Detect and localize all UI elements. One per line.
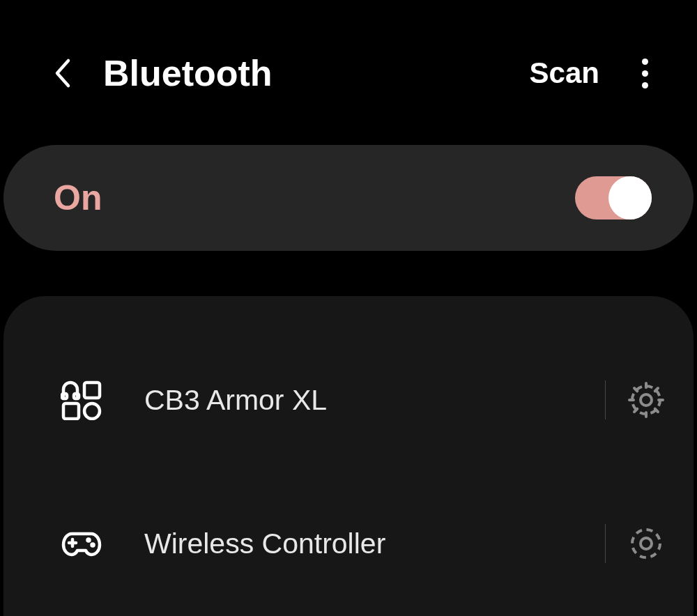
gamepad-icon (61, 523, 102, 564)
more-dots-icon (642, 59, 648, 65)
page-title: Bluetooth (103, 52, 530, 94)
svg-rect-3 (63, 403, 79, 419)
bluetooth-toggle-card: On (3, 145, 694, 251)
back-button[interactable] (49, 59, 77, 87)
header: Bluetooth Scan (0, 0, 697, 125)
device-name-label: Wireless Controller (144, 528, 385, 560)
svg-point-9 (92, 544, 94, 546)
chevron-left-icon (53, 58, 72, 88)
headphones-multi-icon (61, 380, 102, 420)
svg-point-8 (88, 539, 90, 541)
divider (605, 524, 606, 563)
device-item[interactable]: Wireless Controller (61, 523, 598, 564)
divider (605, 380, 606, 419)
svg-point-10 (641, 538, 652, 549)
paired-devices-list: CB3 Armor XL Wir (3, 296, 694, 616)
bluetooth-status-label: On (54, 178, 102, 218)
bluetooth-toggle[interactable] (575, 176, 652, 220)
scan-button[interactable]: Scan (530, 56, 599, 90)
gear-icon (627, 524, 666, 563)
toggle-knob (608, 176, 652, 220)
device-name-label: CB3 Armor XL (144, 384, 327, 417)
svg-point-4 (84, 403, 100, 419)
device-row: Wireless Controller (3, 499, 694, 588)
svg-rect-2 (84, 383, 100, 398)
device-settings-button[interactable] (627, 524, 666, 563)
more-menu-button[interactable] (631, 56, 659, 91)
svg-point-5 (641, 394, 652, 406)
device-row: CB3 Armor XL (3, 355, 694, 445)
gear-icon (627, 380, 666, 419)
device-settings-button[interactable] (627, 380, 666, 419)
device-item[interactable]: CB3 Armor XL (61, 380, 598, 420)
